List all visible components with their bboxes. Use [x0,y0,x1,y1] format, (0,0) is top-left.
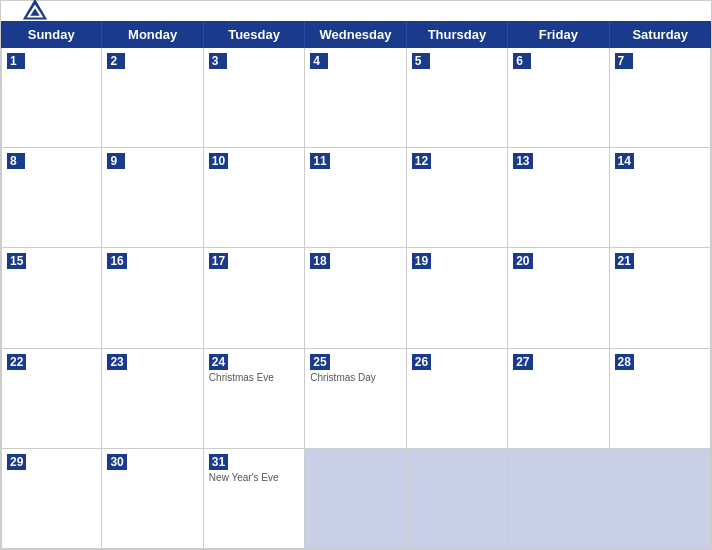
day-header-sunday: Sunday [1,21,102,48]
calendar-grid: 123456789101112131415161718192021222324C… [1,48,711,549]
day-number: 3 [209,53,227,69]
day-cell: 26 [407,349,508,449]
calendar-container: SundayMondayTuesdayWednesdayThursdayFrid… [0,0,712,550]
day-cell: 11 [305,148,406,248]
day-number: 19 [412,253,431,269]
day-number: 10 [209,153,228,169]
day-cell: 29 [1,449,102,549]
day-header-friday: Friday [508,21,609,48]
holiday-label: Christmas Eve [209,372,299,384]
day-cell: 30 [102,449,203,549]
day-cell: 25Christmas Day [305,349,406,449]
day-cell [610,449,711,549]
day-cell: 19 [407,248,508,348]
day-cell: 17 [204,248,305,348]
day-cell: 23 [102,349,203,449]
day-header-saturday: Saturday [610,21,711,48]
day-header-thursday: Thursday [407,21,508,48]
day-header-tuesday: Tuesday [204,21,305,48]
day-number: 4 [310,53,328,69]
day-number: 31 [209,454,228,470]
calendar-header [1,1,711,21]
day-number: 28 [615,354,634,370]
day-cell: 5 [407,48,508,148]
day-cell: 1 [1,48,102,148]
day-cell: 14 [610,148,711,248]
day-number: 22 [7,354,26,370]
day-number: 18 [310,253,329,269]
day-number: 24 [209,354,228,370]
day-cell: 12 [407,148,508,248]
day-number: 2 [107,53,125,69]
day-cell: 8 [1,148,102,248]
holiday-label: Christmas Day [310,372,400,384]
day-cell: 6 [508,48,609,148]
day-number: 12 [412,153,431,169]
day-cell: 9 [102,148,203,248]
logo-icon [21,0,49,25]
day-number: 26 [412,354,431,370]
day-cell: 24Christmas Eve [204,349,305,449]
logo [21,0,53,25]
day-cell [508,449,609,549]
day-cell: 31New Year's Eve [204,449,305,549]
day-cell: 4 [305,48,406,148]
day-number: 21 [615,253,634,269]
day-number: 15 [7,253,26,269]
day-number: 8 [7,153,25,169]
day-number: 14 [615,153,634,169]
day-header-monday: Monday [102,21,203,48]
day-number: 1 [7,53,25,69]
day-number: 7 [615,53,633,69]
day-cell [305,449,406,549]
day-number: 11 [310,153,329,169]
day-cell: 22 [1,349,102,449]
day-number: 29 [7,454,26,470]
day-cell: 16 [102,248,203,348]
day-number: 9 [107,153,125,169]
day-headers-row: SundayMondayTuesdayWednesdayThursdayFrid… [1,21,711,48]
day-number: 30 [107,454,126,470]
day-cell: 7 [610,48,711,148]
day-number: 23 [107,354,126,370]
day-cell: 3 [204,48,305,148]
day-number: 27 [513,354,532,370]
day-number: 16 [107,253,126,269]
day-number: 20 [513,253,532,269]
day-number: 25 [310,354,329,370]
day-cell: 13 [508,148,609,248]
day-cell [407,449,508,549]
day-cell: 28 [610,349,711,449]
day-number: 6 [513,53,531,69]
day-cell: 15 [1,248,102,348]
day-cell: 21 [610,248,711,348]
day-number: 13 [513,153,532,169]
day-cell: 27 [508,349,609,449]
day-cell: 20 [508,248,609,348]
day-cell: 10 [204,148,305,248]
day-cell: 18 [305,248,406,348]
day-number: 5 [412,53,430,69]
day-header-wednesday: Wednesday [305,21,406,48]
holiday-label: New Year's Eve [209,472,299,484]
day-cell: 2 [102,48,203,148]
day-number: 17 [209,253,228,269]
